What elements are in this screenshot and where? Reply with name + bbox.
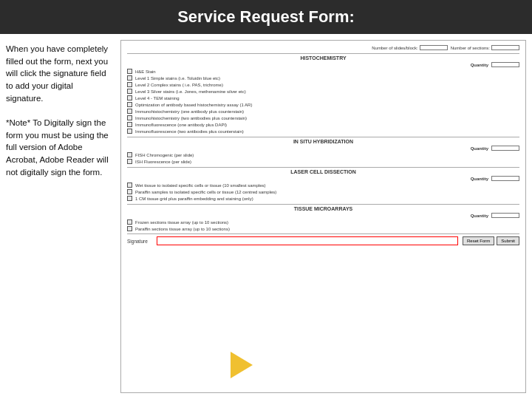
histo-row-9: Immunofluorescence (two antibodies plus … bbox=[127, 129, 519, 134]
signature-label: Signature bbox=[127, 239, 154, 244]
page-container: Service Request Form: When you have comp… bbox=[0, 0, 532, 399]
arrow-container bbox=[231, 352, 253, 379]
quantity-row-insitu: Quantity bbox=[127, 146, 519, 151]
histo-row-2: Level 2 Complex stains ( i.e. PAS, trich… bbox=[127, 82, 519, 87]
insitu-row-0: FISH Chromogenic (per slide) bbox=[127, 152, 519, 157]
quantity-box-tissue[interactable] bbox=[491, 213, 519, 218]
checkbox-histo-8[interactable] bbox=[127, 122, 132, 127]
histo-label-7: Immunohistochemistry (two antibodies plu… bbox=[135, 116, 519, 120]
checkbox-histo-2[interactable] bbox=[127, 82, 132, 87]
checkbox-laser-2[interactable] bbox=[127, 196, 132, 201]
histo-row-8: Immunofluorescence (one antibody plus DA… bbox=[127, 122, 519, 127]
checkbox-histo-0[interactable] bbox=[127, 69, 132, 74]
histo-label-6: Immunohistochemistry (one antibody plus … bbox=[135, 109, 519, 114]
quantity-label-tissue: Quantity bbox=[471, 214, 488, 218]
click-the: click the bbox=[20, 69, 53, 78]
slides-block-text: Number of slides/block: bbox=[372, 46, 417, 50]
quantity-label-histo: Quantity bbox=[471, 63, 488, 67]
checkbox-histo-4[interactable] bbox=[127, 95, 132, 100]
page-title: Service Request Form: bbox=[0, 0, 532, 34]
form-top-row: Number of slides/block: Number of sectio… bbox=[127, 45, 519, 50]
quantity-box-insitu[interactable] bbox=[491, 146, 519, 151]
laser-row-0: Wet tissue to isolated specific cells or… bbox=[127, 183, 519, 188]
slides-block-input[interactable] bbox=[420, 45, 448, 50]
histo-label-2: Level 2 Complex stains ( i.e. PAS, trich… bbox=[135, 83, 519, 87]
laser-row-1: Paraffin samples to isolated specific ce… bbox=[127, 189, 519, 194]
histo-label-0: H&E Stain bbox=[135, 69, 519, 74]
quantity-box-laser[interactable] bbox=[491, 176, 519, 181]
insitu-row-1: ISH Fluorescence (per slide) bbox=[127, 159, 519, 164]
content-area: When you have completely filled out the … bbox=[0, 34, 532, 399]
sections-input[interactable] bbox=[491, 45, 519, 50]
quantity-row-laser: Quantity bbox=[127, 176, 519, 181]
histo-row-7: Immunohistochemistry (two antibodies plu… bbox=[127, 115, 519, 120]
quantity-row-histo: Quantity bbox=[127, 62, 519, 67]
checkbox-histo-3[interactable] bbox=[127, 89, 132, 94]
insitu-label-1: ISH Fluorescence (per slide) bbox=[135, 160, 519, 164]
instructions-text: When you have completely filled out the … bbox=[6, 44, 109, 177]
histo-section-header: HISTOCHEMISTRY bbox=[127, 53, 519, 61]
sig-buttons: Reset Form Submit bbox=[463, 236, 519, 245]
submit-button[interactable]: Submit bbox=[497, 236, 519, 245]
checkbox-histo-7[interactable] bbox=[127, 115, 132, 120]
slides-block-label: Number of slides/block: bbox=[372, 45, 447, 50]
laser-label-2: 1 CM tissue grid plus paraffin embedding… bbox=[135, 197, 519, 201]
checkbox-histo-6[interactable] bbox=[127, 109, 132, 114]
histo-label-5: Optimization of antibody based histochem… bbox=[135, 103, 519, 107]
checkbox-histo-1[interactable] bbox=[127, 75, 132, 81]
right-panel: Number of slides/block: Number of sectio… bbox=[115, 34, 532, 399]
histo-row-1: Level 1 Simple stains (i.e. Toluidin blu… bbox=[127, 75, 519, 81]
reset-form-button[interactable]: Reset Form bbox=[463, 236, 494, 245]
completely: completely bbox=[67, 44, 108, 53]
sections-label: Number of sections: bbox=[451, 45, 519, 50]
checkbox-laser-0[interactable] bbox=[127, 183, 132, 188]
signature-bar: Signature Reset Form Submit bbox=[127, 233, 519, 245]
tissue-label-0: Frozen sections tissue array (up to 10 s… bbox=[135, 220, 519, 225]
histo-label-4: Level 4 - TEM staining bbox=[135, 96, 519, 100]
histo-label-1: Level 1 Simple stains (i.e. Toluidin blu… bbox=[135, 76, 519, 81]
checkbox-insitu-0[interactable] bbox=[127, 152, 132, 157]
sections-text: Number of sections: bbox=[451, 46, 490, 50]
checkbox-histo-5[interactable] bbox=[127, 102, 132, 107]
left-panel-text: When you have completely filled out the … bbox=[0, 34, 115, 399]
when-you-have: When you have bbox=[6, 44, 67, 53]
tissue-row-0: Frozen sections tissue array (up to 10 s… bbox=[127, 219, 519, 225]
digitally-sign: Digitally sign bbox=[44, 118, 95, 127]
quantity-label-insitu: Quantity bbox=[471, 146, 488, 151]
laser-row-2: 1 CM tissue grid plus paraffin embedding… bbox=[127, 196, 519, 201]
must-be-using: must be using bbox=[41, 131, 97, 140]
checkbox-laser-1[interactable] bbox=[127, 189, 132, 194]
histo-label-9: Immunofluorescence (two antibodies plus … bbox=[135, 129, 519, 134]
quantity-label-laser: Quantity bbox=[471, 177, 488, 181]
signature-field[interactable] bbox=[157, 236, 458, 245]
laser-section-header: LASER CELL DISSECTION bbox=[127, 167, 519, 174]
insitu-label-0: FISH Chromogenic (per slide) bbox=[135, 153, 519, 157]
quantity-box-histo[interactable] bbox=[491, 62, 519, 67]
laser-label-1: Paraffin samples to isolated specific ce… bbox=[135, 190, 519, 194]
insitu-section-header: IN SITU HYBRIDIZATION bbox=[127, 137, 519, 144]
histo-label-3: Level 3 Silver stains (i.e. Jones, methe… bbox=[135, 89, 519, 94]
histo-row-6: Immunohistochemistry (one antibody plus … bbox=[127, 109, 519, 114]
histo-row-4: Level 4 - TEM staining bbox=[127, 95, 519, 100]
histo-row-0: H&E Stain bbox=[127, 69, 519, 74]
laser-label-0: Wet tissue to isolated specific cells or… bbox=[135, 183, 519, 188]
tissue-section-header: TISSUE MICROARRAYS bbox=[127, 204, 519, 211]
pointing-arrow-icon bbox=[231, 352, 253, 378]
histo-row-3: Level 3 Silver stains (i.e. Jones, methe… bbox=[127, 89, 519, 94]
form-mockup: Number of slides/block: Number of sectio… bbox=[120, 40, 526, 393]
quantity-row-tissue: Quantity bbox=[127, 213, 519, 218]
checkbox-tissue-0[interactable] bbox=[127, 219, 132, 225]
checkbox-insitu-1[interactable] bbox=[127, 159, 132, 164]
checkbox-histo-9[interactable] bbox=[127, 129, 132, 134]
tissue-label-1: Paraffin sections tissue array (up to 10… bbox=[135, 227, 519, 231]
form-inner: Number of slides/block: Number of sectio… bbox=[121, 41, 525, 250]
histo-row-5: Optimization of antibody based histochem… bbox=[127, 102, 519, 107]
filled-out-the: filled out the bbox=[6, 57, 54, 66]
tissue-row-1: Paraffin sections tissue array (up to 10… bbox=[127, 226, 519, 231]
checkbox-tissue-1[interactable] bbox=[127, 226, 132, 231]
histo-label-8: Immunofluorescence (one antibody plus DA… bbox=[135, 123, 519, 127]
